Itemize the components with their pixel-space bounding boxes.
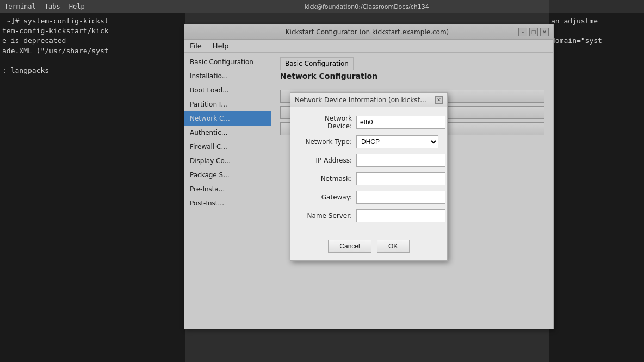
terminal-line-4: ade.XML ("/usr/share/syst — [2, 46, 183, 56]
terminal-line-2: tem-config-kickstart/kick — [2, 26, 183, 36]
terminal-menu-tabs[interactable]: Tabs — [45, 3, 60, 10]
terminal-line-1: ~]# system-config-kickst — [2, 16, 183, 26]
netmask-label: Netmask: — [299, 175, 356, 183]
name-server-row: Name Server: — [299, 209, 438, 222]
dialog-titlebar: Network Device Information (on kickst...… — [290, 93, 447, 107]
network-device-row: Network Device: — [299, 115, 438, 130]
terminal-right: an adjustme domain="syst — [549, 13, 644, 362]
terminal-content: ~]# system-config-kickst tem-config-kick… — [0, 13, 185, 79]
ip-address-row: IP Address: — [299, 154, 438, 167]
terminal-left: Terminal Tabs Help ~]# system-config-kic… — [0, 0, 185, 362]
netmask-row: Netmask: — [299, 172, 438, 185]
top-bar-text: kick@foundation0:/ClassroomDocs/ch134 — [305, 3, 429, 10]
dialog-buttons: Cancel OK — [290, 235, 447, 260]
kickstart-window: Kickstart Configurator (on kickstart.exa… — [184, 24, 554, 329]
name-server-label: Name Server: — [299, 212, 356, 220]
ok-button[interactable]: OK — [377, 240, 410, 253]
ip-address-input[interactable] — [356, 154, 445, 167]
terminal-line-6: : langpacks — [2, 66, 183, 76]
gateway-input[interactable] — [356, 191, 445, 204]
network-type-select[interactable]: DHCP Static BOOTP — [356, 135, 438, 148]
gateway-row: Gateway: — [299, 191, 438, 204]
network-device-label: Network Device: — [299, 115, 356, 130]
network-type-row: Network Type: DHCP Static BOOTP — [299, 135, 438, 148]
terminal-right-line-3: domain="syst — [551, 36, 642, 46]
terminal-menu-terminal[interactable]: Terminal — [4, 3, 36, 10]
ip-address-label: IP Address: — [299, 157, 356, 164]
terminal-line-5 — [2, 56, 183, 66]
top-bar: kick@foundation0:/ClassroomDocs/ch134 — [185, 0, 549, 13]
network-device-input[interactable] — [356, 116, 445, 129]
terminal-menubar: Terminal Tabs Help — [0, 0, 185, 13]
dialog-close-button[interactable]: ✕ — [435, 96, 443, 104]
network-type-label: Network Type: — [299, 138, 356, 146]
terminal-right-line-2 — [551, 26, 642, 36]
dialog-title: Network Device Information (on kickst... — [295, 96, 426, 104]
dialog-body: Network Device: Network Type: DHCP Stati… — [290, 107, 447, 235]
terminal-line-3: e is deprecated — [2, 36, 183, 46]
network-device-dialog: Network Device Information (on kickst...… — [290, 92, 448, 261]
cancel-button[interactable]: Cancel — [328, 240, 371, 253]
netmask-input[interactable] — [356, 172, 445, 185]
dialog-overlay: Network Device Information (on kickst...… — [184, 24, 553, 329]
gateway-label: Gateway: — [299, 194, 356, 201]
terminal-menu-help[interactable]: Help — [69, 3, 85, 10]
name-server-input[interactable] — [356, 209, 445, 222]
terminal-right-line-1: an adjustme — [551, 16, 642, 26]
